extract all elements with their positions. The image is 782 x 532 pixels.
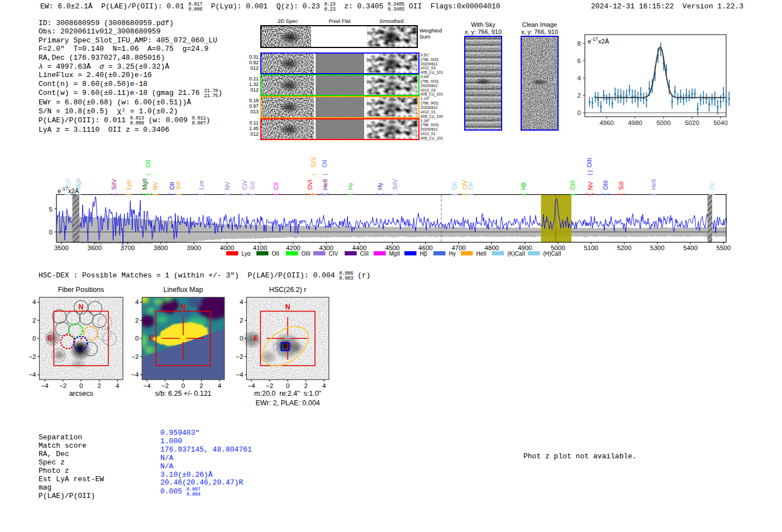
svg-text:{ }: { }	[586, 170, 593, 175]
svg-text:{: {	[63, 193, 71, 195]
svg-text:{: {	[240, 193, 248, 195]
svg-text:4: 4	[240, 299, 244, 305]
svg-text:2: 2	[97, 382, 101, 389]
svg-text:0: 0	[578, 109, 581, 116]
svg-text:MgII: MgII	[75, 179, 82, 190]
svg-text:{: {	[390, 193, 398, 195]
svg-text:0: 0	[135, 335, 139, 342]
svg-text:SiII: SiII	[618, 181, 624, 190]
svg-text:{: {	[519, 193, 527, 195]
svg-text:OVI: OVI	[307, 180, 313, 190]
svg-text:4: 4	[578, 75, 581, 82]
svg-text:−4: −4	[143, 382, 151, 389]
svg-text:Hβ: Hβ	[520, 182, 527, 190]
svg-text:4: 4	[32, 299, 36, 305]
svg-text:4980: 4980	[628, 119, 642, 126]
svg-text:s/b: 6.25 +/- 0.121: s/b: 6.25 +/- 0.121	[155, 390, 211, 397]
svg-text:3800: 3800	[154, 245, 168, 251]
svg-text:SiIV: SiIV	[392, 179, 398, 190]
svg-text:−4: −4	[236, 371, 244, 378]
svg-text:{: {	[568, 193, 576, 195]
svg-text:Hγ: Hγ	[376, 182, 383, 190]
svg-text:m:20.0 re:2.4" s:1.0": m:20.0 re:2.4" s:1.0"	[254, 390, 321, 397]
svg-text:OIII: OIII	[569, 180, 576, 190]
svg-text:OII: OII	[451, 182, 458, 190]
svg-text:+: +	[79, 335, 83, 342]
svg-text:Lyα: Lyα	[242, 251, 251, 257]
svg-text:{: {	[346, 193, 354, 195]
svg-text:(K)CaII: (K)CaII	[508, 251, 526, 257]
svg-text:N: N	[181, 303, 186, 311]
svg-text:0: 0	[182, 382, 185, 389]
svg-text:8: 8	[578, 40, 581, 47]
svg-text:{: {	[144, 193, 151, 195]
svg-text:EWr: 2, PLAE: 0.004: EWr: 2, PLAE: 0.004	[256, 399, 320, 407]
svg-text:N: N	[79, 303, 84, 311]
svg-text:NV: NV	[224, 181, 231, 190]
svg-text:MgII: MgII	[141, 179, 148, 190]
svg-text:CII: CII	[273, 183, 279, 190]
svg-text:5100: 5100	[584, 245, 598, 251]
svg-text:E: E	[254, 334, 258, 342]
svg-text:E: E	[149, 334, 154, 342]
svg-text:{: {	[617, 193, 624, 195]
svg-text:−4: −4	[248, 382, 256, 389]
svg-text:Hγ: Hγ	[708, 182, 715, 190]
svg-text:2: 2	[578, 92, 581, 99]
svg-text:{: {	[151, 193, 159, 195]
svg-text:5020: 5020	[685, 119, 699, 126]
svg-text:OIII: OIII	[602, 180, 609, 190]
svg-text:−4: −4	[131, 371, 139, 378]
svg-text:3900: 3900	[187, 245, 201, 251]
svg-text:4: 4	[135, 299, 139, 305]
svg-text:5: 5	[49, 206, 53, 213]
svg-text:{: {	[309, 193, 317, 195]
svg-text:4800: 4800	[485, 245, 499, 251]
svg-text:{: {	[586, 193, 594, 195]
svg-text:OII: OII	[145, 160, 151, 167]
svg-text:−2: −2	[266, 382, 273, 389]
svg-text:0: 0	[79, 382, 83, 389]
svg-text:3500: 3500	[54, 245, 69, 251]
svg-text:arcsecs: arcsecs	[69, 390, 93, 397]
svg-text:E: E	[47, 334, 51, 342]
svg-text:HeII: HeII	[650, 179, 657, 190]
svg-text:Lyα: Lyα	[198, 180, 204, 190]
svg-text:4: 4	[218, 382, 222, 389]
svg-text:SiII: SiII	[175, 181, 182, 190]
svg-text:5000: 5000	[656, 119, 671, 126]
svg-text:Hβ: Hβ	[420, 251, 427, 257]
svg-text:{: {	[601, 193, 609, 195]
svg-text:{: {	[649, 193, 657, 195]
svg-text:−4: −4	[41, 382, 49, 389]
svg-text:(H)CaII: (H)CaII	[543, 251, 561, 257]
svg-text:SiIV: SiIV	[310, 157, 317, 167]
svg-text:−2: −2	[161, 382, 169, 389]
svg-text:0: 0	[32, 335, 36, 342]
svg-text:{: {	[271, 193, 279, 195]
svg-text:−4: −4	[28, 371, 36, 378]
svg-text:SiIV: SiIV	[111, 179, 117, 190]
svg-text:HeII: HeII	[476, 251, 487, 257]
svg-text:MgII: MgII	[64, 179, 71, 190]
svg-text:0: 0	[49, 229, 53, 236]
svg-text:OIII: OIII	[586, 158, 593, 167]
svg-text:{: {	[707, 193, 715, 195]
svg-text:0: 0	[286, 382, 289, 389]
svg-text:2: 2	[199, 382, 203, 389]
svg-text:CIV: CIV	[329, 251, 338, 257]
svg-text:{: {	[223, 193, 231, 195]
svg-text:OII: OII	[467, 182, 474, 190]
svg-text:Lyα: Lyα	[125, 180, 132, 190]
svg-text:{: {	[248, 193, 256, 195]
svg-text:{: {	[197, 193, 204, 195]
svg-text:2: 2	[135, 317, 139, 324]
svg-text:5400: 5400	[683, 245, 698, 251]
svg-text:OII: OII	[272, 251, 279, 257]
svg-text:CIV: CIV	[241, 180, 248, 190]
svg-text:4: 4	[322, 382, 326, 389]
svg-text:MgII: MgII	[389, 251, 400, 257]
svg-text:OIII: OIII	[302, 251, 311, 257]
svg-text:4200: 4200	[286, 245, 301, 251]
svg-text:5300: 5300	[650, 245, 665, 251]
